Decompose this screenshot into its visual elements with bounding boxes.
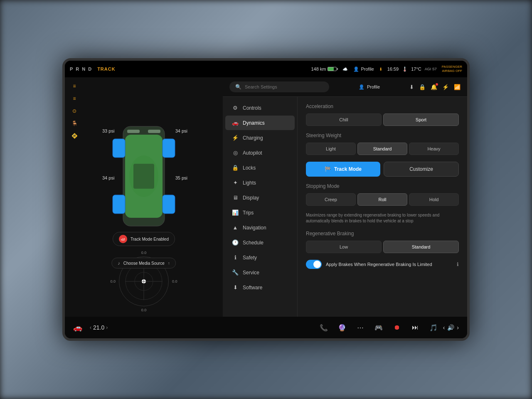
apply-brakes-toggle[interactable] xyxy=(306,260,322,269)
siri-icon[interactable]: 🔮 xyxy=(336,321,348,334)
profile-button-top[interactable]: 👤 Profile xyxy=(353,66,374,72)
status-bar: P R N D TRACK 148 km ☁️ 👤 Profile ⬇ 16:5… xyxy=(65,61,467,77)
navigation-icon: ▲ xyxy=(232,224,239,231)
bell-icon[interactable]: 🔔 xyxy=(431,84,437,90)
svg-rect-5 xyxy=(113,195,125,214)
dynamics-icon: 🚗 xyxy=(232,120,239,126)
media-source-text: Choose Media Source xyxy=(123,261,165,266)
service-icon: 🔧 xyxy=(232,269,239,276)
airbag-warning: PASSENGERAIRBAG OFF xyxy=(442,65,462,73)
stopping-creep[interactable]: Creep xyxy=(306,193,356,206)
stopping-roll[interactable]: Roll xyxy=(357,193,407,206)
display-icon: 🖥 xyxy=(232,195,239,201)
charging-icon: ⚡ xyxy=(232,135,239,141)
apply-brakes-label: Apply Brakes When Regenerative Braking I… xyxy=(326,262,453,267)
sidebar-item-safety[interactable]: ℹ Safety xyxy=(225,250,295,265)
apps-icon[interactable]: ⋯ xyxy=(354,321,367,334)
steering-standard[interactable]: Standard xyxy=(357,143,407,155)
svg-rect-7 xyxy=(133,164,154,189)
settings-body: ⚙ Controls 🚗 Dynamics ⚡ Charging ◎ Autop… xyxy=(223,97,467,317)
next-track-button[interactable]: › xyxy=(457,324,459,331)
tire-pressure-rr: 35 psi xyxy=(175,175,187,180)
sidebar-item-locks[interactable]: 🔒 Locks xyxy=(225,160,295,175)
sidebar-item-service[interactable]: 🔧 Service xyxy=(225,265,295,280)
sidebar-item-label-safety: Safety xyxy=(243,255,257,261)
stopping-hold[interactable]: Hold xyxy=(409,193,459,206)
sidebar-item-controls[interactable]: ⚙ Controls xyxy=(225,101,295,115)
svg-rect-6 xyxy=(163,195,175,214)
track-mode-text: Track Mode Enabled xyxy=(131,237,169,241)
regen-standard[interactable]: Standard xyxy=(383,241,459,253)
lock-icon[interactable]: 🔒 xyxy=(419,84,426,90)
sidebar-item-label-charging: Charging xyxy=(243,135,263,141)
gforce-bottom-label: 0.0 xyxy=(141,308,147,312)
temp-decrease-button[interactable]: ‹ xyxy=(90,325,91,330)
time-temp-display: 16:59 🌡️ 17°C AGI S7 xyxy=(387,66,437,72)
signal-icon[interactable]: 📶 xyxy=(454,84,461,90)
camera-icon[interactable]: ⏭ xyxy=(409,321,421,334)
apply-brakes-info-icon[interactable]: ℹ xyxy=(457,261,459,267)
drive-mode-track: TRACK xyxy=(97,66,116,71)
track-mode-banner: 🏎 Track Mode Enabled xyxy=(113,232,175,246)
steering-light[interactable]: Light xyxy=(306,143,356,155)
temperature-control: ‹ 21.0 › xyxy=(90,324,108,331)
stopping-mode-description: Maximizes range by extending regenerativ… xyxy=(306,212,459,224)
music-icon[interactable]: 🎵 xyxy=(427,321,440,334)
acceleration-chill[interactable]: Chill xyxy=(306,113,382,126)
track-mode-icon: 🏎 xyxy=(119,235,127,243)
gforce-right-label: 0.0 xyxy=(172,279,177,283)
volume-icon[interactable]: 🔊 xyxy=(447,324,454,331)
phone-icon[interactable]: 📞 xyxy=(318,321,330,334)
search-icon: 🔍 xyxy=(235,84,241,90)
sidebar-item-navigation[interactable]: ▲ Navigation xyxy=(225,220,295,235)
sidebar-item-label-controls: Controls xyxy=(243,105,261,111)
sidebar-item-label-display: Display xyxy=(243,195,259,201)
regen-low[interactable]: Low xyxy=(306,241,382,253)
sidebar-item-label-dynamics: Dynamics xyxy=(243,120,265,126)
settings-header: 🔍 👤 Profile ⬇ 🔒 🔔 ⚡ 📶 xyxy=(223,77,467,97)
profile-section[interactable]: 👤 Profile xyxy=(359,84,380,90)
temperature-value: 21.0 xyxy=(93,324,104,331)
sidebar-item-label-trips: Trips xyxy=(243,210,254,216)
download-icon[interactable]: ⬇ xyxy=(409,84,414,90)
gforce-left-label: 0.0 xyxy=(110,279,116,283)
prev-track-button[interactable]: ‹ xyxy=(443,324,445,331)
svg-rect-8 xyxy=(127,130,140,133)
steering-heavy[interactable]: Heavy xyxy=(409,143,459,155)
header-status-icons: ☁️ xyxy=(342,66,348,72)
car-icon-bottom[interactable]: 🚗 xyxy=(73,323,82,332)
stopping-mode-title: Stopping Mode xyxy=(306,183,459,189)
sidebar-item-label-lights: Lights xyxy=(243,180,256,186)
acceleration-sport[interactable]: Sport xyxy=(383,113,459,126)
sidebar-item-charging[interactable]: ⚡ Charging xyxy=(225,131,295,145)
record-icon[interactable]: ⏺ xyxy=(391,321,403,334)
sidebar-item-dynamics[interactable]: 🚗 Dynamics xyxy=(225,116,295,130)
left-panel: ≡ ≡ ⊙ 🪑 🚸 33 psi 34 psi 34 psi 35 psi xyxy=(65,77,223,317)
sidebar-item-label-service: Service xyxy=(243,270,259,276)
dynamics-content: Acceleration Chill Sport Steering Weight… xyxy=(298,97,467,317)
games-icon[interactable]: 🎮 xyxy=(372,321,385,334)
sidebar-item-autopilot[interactable]: ◎ Autopilot xyxy=(225,145,295,160)
media-source-button[interactable]: ♪ Choose Media Source ↑ xyxy=(111,258,176,268)
svg-rect-4 xyxy=(163,139,175,158)
tire-pressure-fr: 34 psi xyxy=(175,128,187,133)
range-display: 148 km xyxy=(311,66,337,71)
sidebar-item-trips[interactable]: 📊 Trips xyxy=(225,205,295,220)
search-input[interactable] xyxy=(245,84,323,89)
track-mode-button[interactable]: 🏁 Track Mode xyxy=(306,162,380,177)
temp-increase-button[interactable]: › xyxy=(106,325,108,330)
steering-weight-options: Light Standard Heavy xyxy=(306,143,459,155)
track-mode-row: 🏁 Track Mode Customize xyxy=(306,162,459,177)
bluetooth-icon[interactable]: ⚡ xyxy=(442,84,449,90)
sidebar-item-software[interactable]: ⬇ Software xyxy=(225,280,295,295)
sidebar-item-lights[interactable]: ✦ Lights xyxy=(225,175,295,190)
sidebar-item-label-software: Software xyxy=(243,285,262,291)
controls-icon: ⚙ xyxy=(232,105,239,111)
prnd-display: P R N D xyxy=(70,66,92,71)
customize-button[interactable]: Customize xyxy=(384,162,459,177)
search-bar[interactable]: 🔍 xyxy=(229,81,329,92)
sidebar-item-label-schedule: Schedule xyxy=(243,240,264,246)
sidebar-item-schedule[interactable]: 🕐 Schedule xyxy=(225,235,295,250)
car-visualization: 33 psi 34 psi 34 psi 35 psi xyxy=(65,77,223,250)
sidebar-item-display[interactable]: 🖥 Display xyxy=(225,190,295,205)
